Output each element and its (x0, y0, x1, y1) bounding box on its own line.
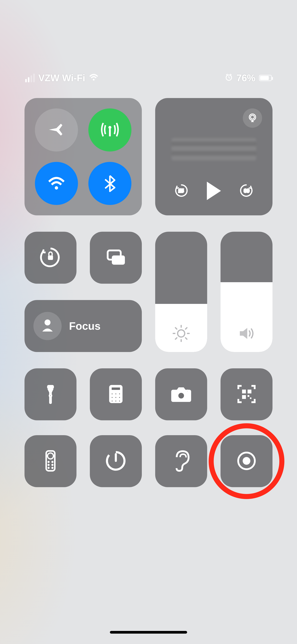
svg-point-5 (250, 115, 254, 119)
svg-point-29 (111, 400, 113, 402)
svg-point-27 (115, 396, 117, 399)
media-title-redacted (172, 138, 256, 160)
svg-rect-35 (248, 390, 252, 394)
svg-rect-8 (112, 256, 125, 265)
camera-icon (168, 382, 194, 407)
connectivity-cluster[interactable] (24, 98, 142, 215)
skip-forward-30-button[interactable]: 30 (239, 183, 254, 198)
skip-forward-seconds: 30 (244, 188, 249, 194)
svg-line-15 (175, 327, 177, 330)
airplane-mode-toggle[interactable] (35, 108, 78, 152)
focus-label: Focus (69, 320, 100, 332)
svg-point-23 (111, 393, 113, 395)
svg-rect-6 (48, 256, 53, 260)
speaker-icon (220, 324, 272, 343)
svg-point-2 (108, 126, 112, 129)
qr-code-scanner-button[interactable] (220, 368, 272, 420)
brightness-slider[interactable] (155, 232, 207, 352)
media-transport: 15 30 (155, 180, 272, 202)
screen-record-icon (234, 448, 259, 474)
alarm-icon (225, 72, 233, 84)
bluetooth-icon (101, 174, 119, 193)
svg-point-24 (115, 393, 117, 395)
svg-rect-36 (242, 395, 246, 399)
wifi-icon (48, 174, 65, 193)
airplay-button[interactable] (243, 108, 262, 128)
carrier-label: VZW Wi-Fi (38, 72, 85, 84)
svg-point-20 (50, 395, 52, 397)
person-icon (40, 318, 55, 334)
svg-point-40 (48, 453, 54, 459)
timer-button[interactable] (90, 435, 142, 487)
svg-point-48 (243, 457, 250, 465)
hearing-button[interactable] (155, 435, 207, 487)
svg-line-18 (175, 338, 177, 340)
wifi-toggle[interactable] (35, 162, 78, 205)
timer-icon (103, 448, 128, 474)
svg-rect-37 (248, 395, 249, 397)
sun-icon (155, 324, 207, 343)
qr-code-scanner-icon (234, 382, 259, 407)
svg-point-9 (44, 320, 50, 326)
status-bar: VZW Wi-Fi 76% (0, 68, 297, 88)
focus-avatar (34, 312, 62, 340)
svg-point-42 (52, 461, 54, 463)
bluetooth-toggle[interactable] (88, 162, 132, 205)
camera-button[interactable] (155, 368, 207, 420)
svg-point-10 (178, 330, 185, 337)
skip-back-15-button[interactable]: 15 (174, 183, 188, 198)
rotation-lock-toggle[interactable] (24, 232, 76, 284)
calculator-button[interactable] (90, 368, 142, 420)
svg-point-25 (118, 393, 121, 395)
svg-point-28 (118, 396, 121, 399)
device-frame: VZW Wi-Fi 76% (0, 0, 297, 644)
apple-tv-remote-button[interactable] (24, 435, 76, 487)
svg-point-45 (48, 467, 50, 469)
svg-rect-38 (250, 398, 252, 399)
flashlight-icon (38, 382, 63, 407)
svg-rect-34 (242, 390, 246, 394)
screen-mirroring-icon (103, 245, 128, 270)
play-icon (207, 182, 221, 200)
play-button[interactable] (207, 182, 221, 200)
svg-point-32 (178, 392, 185, 399)
svg-point-33 (187, 390, 188, 392)
svg-point-41 (48, 461, 50, 463)
status-left: VZW Wi-Fi (25, 72, 98, 84)
wifi-status-icon (89, 72, 98, 84)
apple-tv-remote-icon (38, 448, 63, 474)
svg-point-0 (93, 79, 94, 80)
svg-point-30 (115, 400, 117, 402)
svg-rect-39 (46, 451, 55, 471)
battery-icon (259, 75, 272, 81)
svg-line-17 (185, 327, 187, 330)
airplane-icon (48, 121, 65, 139)
svg-point-46 (52, 467, 54, 469)
calculator-icon (103, 382, 128, 407)
volume-slider[interactable] (220, 232, 272, 352)
focus-button[interactable]: Focus (24, 300, 142, 352)
battery-percent-label: 76% (236, 72, 256, 84)
svg-rect-22 (111, 387, 121, 390)
skip-back-seconds: 15 (178, 188, 184, 194)
hearing-icon (168, 448, 194, 474)
svg-point-43 (48, 464, 50, 466)
svg-rect-19 (47, 385, 54, 389)
svg-point-44 (52, 464, 54, 466)
svg-line-16 (185, 338, 187, 340)
screen-mirroring-button[interactable] (90, 232, 142, 284)
airplay-icon (247, 112, 258, 124)
flashlight-button[interactable] (24, 368, 76, 420)
svg-point-26 (111, 396, 113, 399)
antenna-icon (101, 121, 119, 139)
svg-point-3 (55, 186, 58, 190)
home-indicator[interactable] (110, 631, 187, 634)
cellular-signal-icon (25, 74, 35, 82)
rotation-lock-icon (38, 245, 63, 270)
status-right: 76% (225, 72, 272, 84)
screen-record-button[interactable] (220, 435, 272, 487)
media-controls-cluster[interactable]: 15 30 (155, 98, 272, 215)
cellular-data-toggle[interactable] (88, 108, 132, 152)
svg-point-31 (118, 400, 121, 402)
